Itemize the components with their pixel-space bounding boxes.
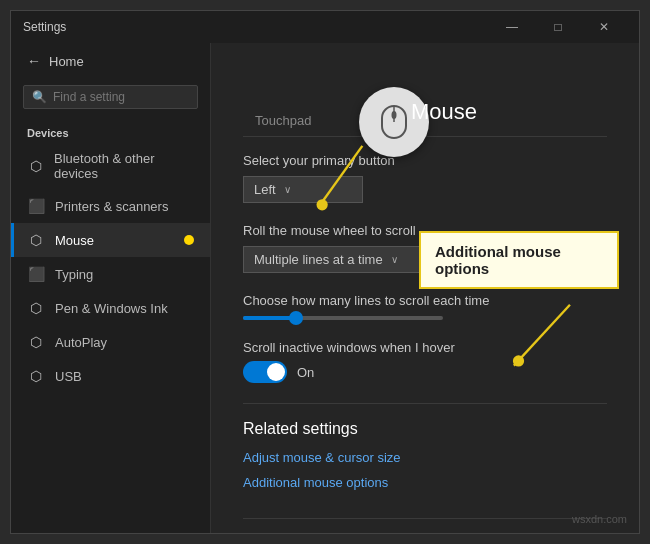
back-arrow-icon: ← [27,53,41,69]
toggle-label: On [297,365,314,380]
printer-icon: ⬛ [27,197,45,215]
slider-thumb[interactable] [289,311,303,325]
autoplay-icon: ⬡ [27,333,45,351]
watermark: wsxdn.com [572,513,627,525]
back-label: Home [49,54,84,69]
primary-button-label: Select your primary button [243,153,607,168]
sidebar-item-typing[interactable]: ⬛ Typing [11,257,210,291]
scroll-wheel-value: Multiple lines at a time [254,252,383,267]
callout-box: Additional mouse options [419,231,619,289]
mouse-nav-icon: ⬡ [27,231,45,249]
scroll-inactive-toggle[interactable] [243,361,287,383]
window-controls: — □ ✕ [489,11,627,43]
usb-icon: ⬡ [27,367,45,385]
search-box[interactable]: 🔍 [23,85,198,109]
scroll-wheel-arrow: ∨ [391,254,398,265]
pen-icon: ⬡ [27,299,45,317]
sidebar-item-pen[interactable]: ⬡ Pen & Windows Ink [11,291,210,325]
sidebar-item-label: Bluetooth & other devices [54,151,194,181]
svg-point-2 [392,111,397,119]
search-input[interactable] [53,90,189,104]
bluetooth-icon: ⬡ [27,157,44,175]
scroll-wheel-dropdown[interactable]: Multiple lines at a time ∨ [243,246,423,273]
callout-text: Additional mouse options [435,243,561,277]
primary-button-arrow: ∨ [284,184,291,195]
scroll-lines-slider-track[interactable] [243,316,443,320]
toggle-knob [267,363,285,381]
sidebar-item-label: AutoPlay [55,335,107,350]
slider-fill [243,316,293,320]
scroll-lines-setting: Choose how many lines to scroll each tim… [243,293,607,320]
mouse-nav-dot [184,235,194,245]
content-area: ← Home 🔍 Devices ⬡ Bluetooth & other dev… [11,43,639,533]
primary-button-value: Left [254,182,276,197]
close-button[interactable]: ✕ [581,11,627,43]
scroll-inactive-setting: Scroll inactive windows when I hover On [243,340,607,383]
divider-2 [243,518,607,519]
sidebar-item-label: Printers & scanners [55,199,168,214]
divider-1 [243,403,607,404]
window-title: Settings [23,20,489,34]
scroll-lines-label: Choose how many lines to scroll each tim… [243,293,607,308]
adjust-cursor-link[interactable]: Adjust mouse & cursor size [243,450,607,465]
scroll-inactive-label: Scroll inactive windows when I hover [243,340,607,355]
sidebar-item-bluetooth[interactable]: ⬡ Bluetooth & other devices [11,143,210,189]
tab-touchpad[interactable]: Touchpad [243,107,323,136]
maximize-button[interactable]: □ [535,11,581,43]
sidebar-item-label: Pen & Windows Ink [55,301,168,316]
additional-mouse-link[interactable]: Additional mouse options [243,475,388,490]
titlebar: Settings — □ ✕ [11,11,639,43]
sidebar-item-label: Mouse [55,233,94,248]
sidebar-item-usb[interactable]: ⬡ USB [11,359,210,393]
back-home-button[interactable]: ← Home [11,43,210,79]
sidebar-item-label: USB [55,369,82,384]
typing-icon: ⬛ [27,265,45,283]
sidebar: ← Home 🔍 Devices ⬡ Bluetooth & other dev… [11,43,211,533]
search-icon: 🔍 [32,90,47,104]
primary-button-dropdown[interactable]: Left ∨ [243,176,363,203]
sidebar-item-printers[interactable]: ⬛ Printers & scanners [11,189,210,223]
sidebar-item-autoplay[interactable]: ⬡ AutoPlay [11,325,210,359]
main-content: Mouse Touchpad Select your primary butto… [211,43,639,533]
primary-button-setting: Select your primary button Left ∨ [243,153,607,203]
mouse-title-overlay: Mouse [411,99,477,125]
mouse-svg-icon [380,104,408,140]
related-settings: Related settings Adjust mouse & cursor s… [243,420,607,498]
devices-section-label: Devices [11,119,210,143]
sidebar-item-label: Typing [55,267,93,282]
minimize-button[interactable]: — [489,11,535,43]
sidebar-item-mouse[interactable]: ⬡ Mouse [11,223,210,257]
related-settings-title: Related settings [243,420,607,438]
settings-window: Settings — □ ✕ ← Home 🔍 Devices ⬡ Blueto… [10,10,640,534]
